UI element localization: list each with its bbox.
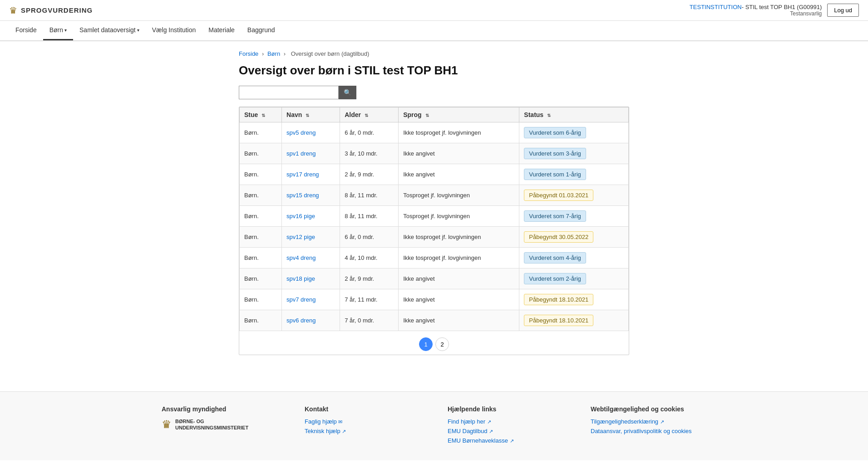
institution-link[interactable]: TESTINSTITUTION: [690, 4, 742, 10]
footer-col-links: Hjælpende links Find hjælp her ↗ EMU Dag…: [448, 405, 563, 447]
cell-navn: spv4 dreng: [282, 248, 340, 268]
table-row: Børn. spv4 dreng 4 år, 10 mdr. Ikke tosp…: [240, 248, 629, 268]
cell-status: Vurderet som 3-årig: [519, 143, 629, 164]
breadcrumb-born[interactable]: Børn: [267, 50, 280, 57]
status-badge: Vurderet som 2-årig: [524, 273, 586, 284]
cell-sprog: Ikke tosproget jf. lovgivningen: [399, 248, 519, 268]
footer-logo-area: ♛ BØRNE- OGUNDERVISNINGS­MINISTERIET: [162, 418, 277, 431]
cell-status: Vurderet som 6-årig: [519, 122, 629, 143]
nav-item-born[interactable]: Børn ▾: [43, 21, 73, 40]
child-link[interactable]: spv16 pige: [286, 213, 315, 219]
footer-link-emu-dagtilbud[interactable]: EMU Dagtilbud ↗: [448, 428, 563, 434]
cell-navn: spv12 pige: [282, 227, 340, 248]
page-btn-1[interactable]: 1: [419, 337, 433, 351]
col-navn[interactable]: Navn ⇅: [282, 107, 340, 122]
logout-button[interactable]: Log ud: [827, 4, 859, 17]
cell-stue: Børn.: [240, 143, 282, 164]
cell-status: Påbegyndt 18.10.2021: [519, 289, 629, 310]
footer-link-find-hjaelp[interactable]: Find hjælp her ↗: [448, 418, 563, 425]
child-link[interactable]: spv12 pige: [286, 234, 315, 240]
external-icon-1: ✉: [338, 419, 342, 424]
nav-link-samlet[interactable]: Samlet dataoversigt ▾: [73, 21, 146, 39]
cell-stue: Børn.: [240, 268, 282, 289]
child-link[interactable]: spv6 dreng: [286, 317, 316, 324]
footer-link-tilgaengelighed[interactable]: Tilgængeligheds­erklæring ↗: [591, 418, 706, 425]
cell-status: Vurderet som 4-årig: [519, 248, 629, 268]
child-link[interactable]: spv1 dreng: [286, 150, 316, 157]
cell-stue: Børn.: [240, 122, 282, 143]
footer-tilg-label: Tilgængeligheds­erklæring: [591, 418, 658, 425]
footer-col3-title: Hjælpende links: [448, 405, 563, 413]
footer-col-kontakt: Kontakt Faglig hjælp ✉ Teknisk hjælp ↗: [305, 405, 420, 447]
cell-sprog: Tosproget jf. lovgivningen: [399, 185, 519, 206]
child-link[interactable]: spv4 dreng: [286, 254, 316, 261]
cell-alder: 6 år, 0 mdr.: [340, 122, 399, 143]
search-button[interactable]: 🔍: [339, 86, 356, 99]
child-link[interactable]: spv15 dreng: [286, 192, 319, 199]
nav-link-born[interactable]: Børn ▾: [43, 21, 73, 40]
cell-stue: Børn.: [240, 185, 282, 206]
col-sprog-label: Sprog: [403, 111, 421, 118]
col-status[interactable]: Status ⇅: [519, 107, 629, 122]
page-btn-2[interactable]: 2: [435, 337, 449, 351]
cell-navn: spv17 dreng: [282, 164, 340, 185]
nav-item-materiale[interactable]: Materiale: [202, 21, 241, 40]
header-right: TESTINSTITUTION- STIL test TOP BH1 (G009…: [690, 4, 859, 17]
child-link[interactable]: spv7 dreng: [286, 296, 316, 303]
table-row: Børn. spv16 pige 8 år, 11 mdr. Tosproget…: [240, 206, 629, 227]
cell-navn: spv18 pige: [282, 268, 340, 289]
search-icon: 🔍: [344, 89, 351, 96]
sort-icon-navn: ⇅: [306, 113, 309, 118]
child-link[interactable]: spv18 pige: [286, 275, 315, 282]
nav-item-vaelg[interactable]: Vælg Institution: [146, 21, 202, 40]
cell-stue: Børn.: [240, 248, 282, 268]
nav-born-label: Børn: [49, 26, 63, 34]
col-alder[interactable]: Alder ⇅: [340, 107, 399, 122]
breadcrumb-forside[interactable]: Forside: [239, 50, 258, 57]
footer-link-faglig-hjaelp[interactable]: Faglig hjælp ✉: [305, 418, 420, 425]
nav-link-materiale[interactable]: Materiale: [202, 21, 241, 39]
footer-link-emu-born[interactable]: EMU Børnehaveklasse ↗: [448, 437, 563, 444]
footer-faglig-label: Faglig hjælp: [305, 418, 337, 425]
nav-link-vaelg[interactable]: Vælg Institution: [146, 21, 202, 39]
col-stue-label: Stue: [244, 111, 258, 118]
cell-status: Påbegyndt 18.10.2021: [519, 310, 629, 331]
cell-sprog: Ikke angivet: [399, 164, 519, 185]
logo-text: SPROGVURDERING: [21, 6, 93, 14]
footer-data-label: Dataansvar, privatlivspolitik og cookies: [591, 428, 692, 434]
cell-sprog: Ikke angivet: [399, 289, 519, 310]
nav-link-baggrund[interactable]: Baggrund: [241, 21, 281, 39]
footer-teknisk-label: Teknisk hjælp: [305, 428, 340, 434]
nav-link-forside[interactable]: Forside: [9, 21, 43, 39]
cell-stue: Børn.: [240, 289, 282, 310]
top-header: ♛ SPROGVURDERING TESTINSTITUTION- STIL t…: [0, 0, 868, 21]
sort-icon-status: ⇅: [547, 113, 551, 118]
footer-link-dataansvar[interactable]: Dataansvar, privatlivspolitik og cookies: [591, 428, 706, 434]
cell-sprog: Ikke angivet: [399, 268, 519, 289]
nav-item-forside[interactable]: Forside: [9, 21, 43, 40]
col-status-label: Status: [524, 111, 543, 118]
col-sprog[interactable]: Sprog ⇅: [399, 107, 519, 122]
external-icon-6: ↗: [660, 419, 664, 424]
external-icon-3: ↗: [487, 419, 491, 424]
child-link[interactable]: spv17 dreng: [286, 171, 319, 178]
search-input[interactable]: [239, 86, 339, 99]
footer-link-teknisk-hjaelp[interactable]: Teknisk hjælp ↗: [305, 428, 420, 434]
main-nav: Forside Børn ▾ Samlet dataoversigt ▾ Væl…: [0, 21, 868, 41]
nav-item-baggrund[interactable]: Baggrund: [241, 21, 281, 40]
page-title: Oversigt over børn i STIL test TOP BH1: [239, 63, 629, 78]
nav-item-samlet[interactable]: Samlet dataoversigt ▾: [73, 21, 146, 40]
status-badge: Vurderet som 1-årig: [524, 169, 586, 180]
col-stue[interactable]: Stue ⇅: [240, 107, 282, 122]
cell-alder: 7 år, 0 mdr.: [340, 310, 399, 331]
nav-samlet-label: Samlet dataoversigt: [79, 26, 136, 34]
child-link[interactable]: spv5 dreng: [286, 129, 316, 136]
col-navn-label: Navn: [286, 111, 302, 118]
cell-alder: 6 år, 0 mdr.: [340, 227, 399, 248]
status-badge: Påbegyndt 30.05.2022: [524, 231, 593, 243]
status-badge: Påbegyndt 18.10.2021: [524, 294, 593, 305]
cell-navn: spv5 dreng: [282, 122, 340, 143]
status-badge: Vurderet som 7-årig: [524, 210, 586, 222]
status-badge: Vurderet som 6-årig: [524, 127, 586, 138]
status-badge: Påbegyndt 01.03.2021: [524, 190, 593, 201]
